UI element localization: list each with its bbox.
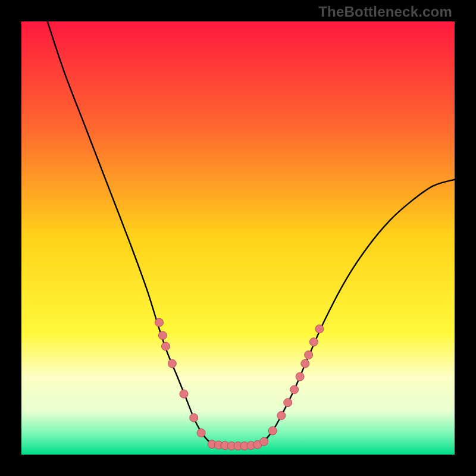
data-marker [190, 414, 198, 422]
data-marker [268, 427, 277, 435]
data-marker [296, 372, 304, 381]
data-marker [180, 390, 188, 398]
plot-area [21, 21, 455, 455]
data-marker [301, 359, 309, 368]
data-marker [277, 411, 286, 419]
data-marker [260, 437, 268, 446]
data-marker [168, 359, 176, 368]
gradient-background [21, 21, 455, 455]
data-marker [155, 318, 164, 327]
data-marker [305, 351, 313, 359]
data-marker [158, 331, 167, 340]
data-marker [161, 342, 170, 350]
data-marker [290, 386, 299, 394]
chart-frame: TheBottleneck.com [0, 0, 476, 476]
data-marker [315, 325, 324, 333]
watermark-text: TheBottleneck.com [318, 4, 452, 20]
data-marker [197, 429, 205, 437]
data-marker [284, 399, 292, 407]
data-marker [309, 338, 318, 346]
chart-svg [21, 21, 455, 455]
